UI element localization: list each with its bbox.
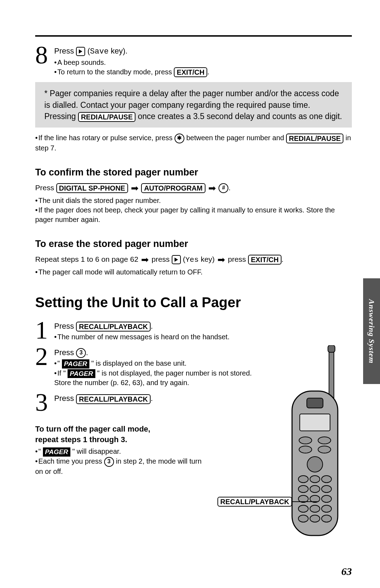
redial-pause-key: REDIAL/PAUSE: [286, 134, 343, 143]
recall-playback-key: RECALL/PLAYBACK: [76, 322, 151, 332]
digital-sp-phone-key: DIGITAL SP-PHONE: [56, 183, 128, 193]
bullet: If the line has rotary or pulse service,…: [35, 133, 352, 153]
svg-point-14: [310, 485, 320, 493]
arrow-icon: ➡: [141, 254, 149, 266]
section-tab-label: Answering System: [367, 299, 376, 364]
bullet: " PAGER " is displayed on the base unit.: [54, 359, 258, 369]
callout-line: [290, 501, 318, 502]
svg-point-5: [299, 437, 312, 444]
right-arrow-key-icon: [172, 255, 181, 264]
svg-rect-3: [307, 398, 323, 408]
star-key-icon: ✱: [175, 134, 184, 143]
confirm-bullets: The unit dials the stored pager number. …: [35, 196, 352, 224]
bullet: " PAGER " will disappear.: [35, 447, 204, 457]
step-1: 1 Press RECALL/PLAYBACK. The number of n…: [35, 319, 352, 342]
svg-rect-1: [328, 345, 335, 352]
step1-line: Press RECALL/PLAYBACK.: [54, 321, 258, 332]
turnoff-heading: To turn off the pager call mode, repeat …: [35, 424, 204, 445]
arrow-icon: ➡: [208, 182, 216, 194]
pager-display-label: PAGER: [68, 369, 95, 378]
save-key-label: Save: [90, 47, 109, 56]
redial-pause-key: REDIAL/PAUSE: [78, 112, 135, 122]
arrow-icon: ➡: [217, 254, 225, 266]
handset-illustration: [285, 345, 348, 544]
svg-rect-4: [300, 414, 330, 431]
svg-point-15: [322, 485, 331, 493]
bullet: A beep sounds.: [54, 58, 352, 67]
bullet: The pager call mode will automatically r…: [35, 267, 352, 277]
svg-point-18: [322, 495, 331, 502]
text: Press: [54, 47, 74, 55]
bullet: If " PAGER " is not displayed, the pager…: [54, 369, 258, 388]
svg-point-11: [310, 476, 320, 483]
confirm-heading: To confirm the stored pager number: [35, 167, 352, 178]
step3-line: Press RECALL/PLAYBACK.: [54, 393, 258, 404]
bullet: If the pager does not beep, check your p…: [35, 205, 352, 224]
bullet: The unit dials the stored pager number.: [35, 196, 352, 205]
svg-point-21: [322, 505, 331, 512]
svg-point-10: [298, 476, 308, 483]
recall-playback-key: RECALL/PLAYBACK: [217, 497, 292, 507]
exit-ch-key: EXIT/CH: [248, 255, 281, 265]
step-number-8: 8: [35, 44, 49, 67]
pager-display-label: PAGER: [43, 447, 70, 457]
confirm-press-line: Press DIGITAL SP-PHONE ➡ AUTO/PROGRAM ➡ …: [35, 182, 352, 194]
svg-point-6: [318, 437, 331, 444]
erase-bullets: The pager call mode will automatically r…: [35, 267, 352, 277]
step2-line: Press 3.: [54, 347, 258, 358]
arrow-icon: ➡: [131, 182, 139, 194]
right-arrow-key-icon: [76, 47, 85, 56]
svg-point-22: [298, 515, 308, 522]
recall-playback-key: RECALL/PLAYBACK: [76, 394, 151, 404]
erase-heading: To erase the stored pager number: [35, 239, 352, 249]
svg-point-8: [318, 446, 331, 453]
step-number-1: 1: [35, 319, 49, 342]
hash-key-icon: #: [218, 183, 228, 193]
top-rule: [35, 35, 352, 37]
exit-ch-key: EXIT/CH: [174, 67, 207, 77]
svg-point-20: [310, 505, 320, 512]
svg-point-12: [322, 476, 331, 483]
erase-line: Repeat steps 1 to 6 on page 62 ➡ press (…: [35, 254, 352, 266]
bullet: Each time you press 3 in step 2, the mod…: [35, 457, 204, 476]
yes-key-label: Yes: [185, 256, 199, 264]
svg-rect-0: [329, 345, 334, 402]
svg-point-13: [298, 485, 308, 493]
three-key-icon: 3: [76, 348, 86, 358]
three-key-icon: 3: [104, 457, 114, 467]
setting-heading: Setting the Unit to Call a Pager: [35, 295, 352, 310]
bullet: The number of new messages is heard on t…: [54, 332, 258, 342]
step8-bullets: A beep sounds. To return to the standby …: [54, 58, 352, 78]
text: once creates a 3.5 second delay and coun…: [135, 112, 342, 121]
page-number: 63: [341, 565, 352, 577]
svg-point-7: [299, 446, 312, 453]
step8-instruction: Press (Save key).: [54, 46, 352, 57]
rotary-note: If the line has rotary or pulse service,…: [35, 133, 352, 153]
pager-display-label: PAGER: [62, 359, 89, 369]
bullet: To return to the standby mode, press EXI…: [54, 67, 352, 78]
turnoff-bullets: " PAGER " will disappear. Each time you …: [35, 447, 204, 476]
svg-point-24: [322, 515, 331, 522]
step1-bullets: The number of new messages is heard on t…: [54, 332, 258, 342]
step2-bullets: " PAGER " is displayed on the base unit.…: [54, 359, 258, 388]
svg-point-9: [307, 457, 323, 472]
section-tab: Answering System: [363, 278, 380, 384]
text: key).: [109, 47, 128, 55]
step-number-2: 2: [35, 345, 49, 368]
svg-point-19: [298, 505, 308, 512]
callout-label: RECALL/PLAYBACK: [217, 497, 292, 507]
svg-point-23: [310, 515, 320, 522]
step-8: 8 Press (Save key). A beep sounds. To re…: [35, 44, 352, 77]
auto-program-key: AUTO/PROGRAM: [141, 183, 205, 193]
footnote-box: * Pager companies require a delay after …: [35, 82, 352, 128]
step-number-3: 3: [35, 391, 49, 414]
